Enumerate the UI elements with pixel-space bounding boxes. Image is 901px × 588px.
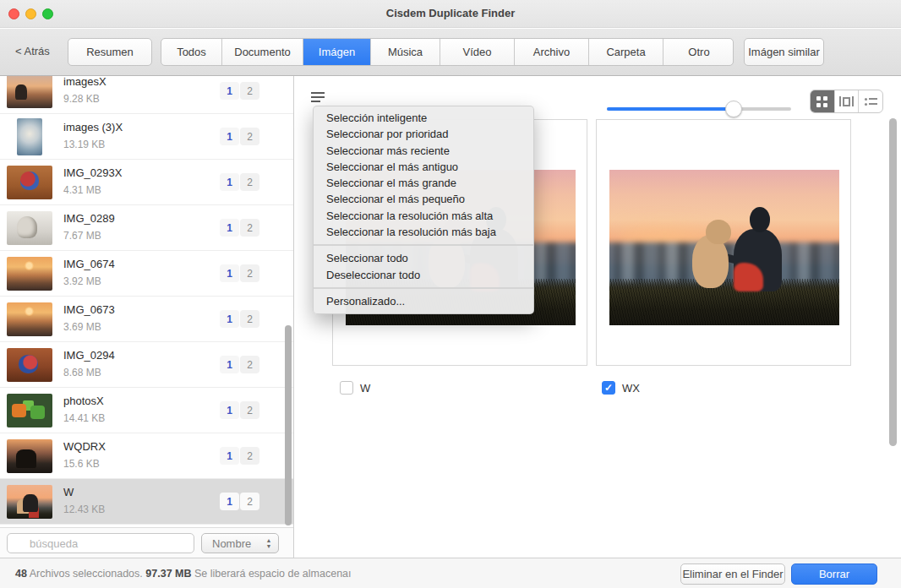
sidebar-item-img0293x[interactable]: IMG_0293X 4.31 MB 12	[0, 160, 293, 205]
menu-item-select-lowest-resolution[interactable]: Seleccionar la resolución más baja	[314, 224, 533, 240]
menu-item-select-smallest[interactable]: Seleccionar el más pequeño	[314, 191, 533, 207]
card-checkbox-row-wx: ✓ WX	[602, 380, 640, 395]
tab-carpeta[interactable]: Carpeta	[589, 39, 663, 65]
badge-count-total[interactable]: 2	[240, 173, 259, 191]
badge-count-total[interactable]: 2	[240, 493, 259, 510]
sort-select[interactable]: Nombre ▲▼	[201, 533, 279, 553]
free-space-label: Se liberará espacio de almacenaı	[194, 568, 352, 580]
menu-item-smart-selection[interactable]: Selección inteligente	[314, 110, 533, 126]
menu-item-select-all[interactable]: Seleccionar todo	[314, 250, 533, 266]
resumen-button[interactable]: Resumen	[68, 38, 152, 66]
tab-musica[interactable]: Música	[371, 39, 440, 65]
thumbnail-zoom-slider[interactable]	[607, 101, 791, 117]
badge-count-total[interactable]: 2	[240, 310, 259, 328]
search-input[interactable]	[30, 536, 190, 551]
thumbnail-image	[7, 302, 52, 336]
title-bar: Cisdem Duplicate Finder	[0, 0, 901, 28]
checkbox-w[interactable]	[340, 381, 353, 395]
delete-button[interactable]: Borrar	[791, 564, 877, 585]
checkbox-wx[interactable]: ✓	[602, 381, 615, 395]
badge-count-selected[interactable]: 1	[220, 82, 239, 100]
status-bar: 48 Archivos seleccionados. 97.37 MB Se l…	[0, 558, 901, 588]
menu-item-deselect-all[interactable]: Deseleccionar todo	[314, 267, 533, 283]
thumbnail-image	[7, 76, 52, 108]
badge-count-total[interactable]: 2	[240, 82, 259, 100]
file-name: WQDRX	[63, 440, 106, 453]
back-button[interactable]: < Atrás	[15, 45, 50, 57]
badge-count-total[interactable]: 2	[240, 219, 259, 237]
similar-image-button[interactable]: Imágen similar	[744, 38, 824, 66]
grid-icon	[816, 96, 827, 107]
badge-count-selected[interactable]: 1	[220, 401, 239, 419]
badge-count-total[interactable]: 2	[240, 447, 259, 465]
compare-view-button[interactable]	[835, 90, 860, 112]
sidebar-item-img0294[interactable]: IMG_0294 8.68 MB 12	[0, 342, 293, 388]
badge-count-total[interactable]: 2	[240, 128, 259, 145]
thumbnail-image	[7, 439, 52, 473]
badge-count-total[interactable]: 2	[240, 264, 259, 282]
badge-count-selected[interactable]: 1	[220, 356, 239, 373]
badge-count-selected[interactable]: 1	[220, 493, 239, 510]
tab-otro[interactable]: Otro	[663, 39, 734, 65]
duplicate-groups-list: imagesX 9.28 KB 12 images (3)X 13.19 KB …	[0, 76, 293, 526]
menu-item-select-by-priority[interactable]: Seleccionar por prioridad	[314, 126, 533, 142]
compare-icon	[839, 96, 854, 106]
menu-item-select-largest[interactable]: Seleccionar el más grande	[314, 175, 533, 191]
list-icon	[865, 98, 877, 106]
menu-item-select-highest-resolution[interactable]: Seleccionar la resolución más alta	[314, 208, 533, 224]
selection-menu-button[interactable]	[311, 92, 326, 104]
category-tabs: Todos Documento Imágen Música Vídeo Arch…	[161, 38, 734, 66]
sidebar-item-imagesx[interactable]: imagesX 9.28 KB 12	[0, 76, 293, 114]
file-size: 4.31 MB	[63, 184, 101, 196]
tab-archivo[interactable]: Archivo	[515, 39, 589, 65]
badge-count-selected[interactable]: 1	[220, 173, 239, 191]
thumbnail-image	[17, 118, 42, 155]
badge-count-selected[interactable]: 1	[220, 264, 239, 282]
slider-thumb[interactable]	[725, 101, 742, 117]
main-scrollbar-thumb[interactable]	[889, 118, 897, 446]
selected-count: 48	[15, 568, 27, 580]
tab-video[interactable]: Vídeo	[440, 39, 515, 65]
menu-item-select-oldest[interactable]: Seleccionar el más antiguo	[314, 159, 533, 175]
thumbnail-image	[7, 211, 52, 245]
menu-item-custom[interactable]: Personalizado...	[314, 293, 533, 309]
thumbnail-image	[7, 166, 52, 199]
thumbnail-image	[7, 348, 52, 382]
badge-count-selected[interactable]: 1	[220, 310, 239, 328]
sidebar-item-wqdrx[interactable]: WQDRX 15.6 KB 12	[0, 433, 293, 479]
badge-count-total[interactable]: 2	[240, 401, 259, 419]
badge-count-total[interactable]: 2	[240, 356, 259, 373]
sidebar-scrollbar-thumb[interactable]	[285, 325, 292, 525]
file-name: IMG_0674	[63, 258, 115, 270]
selected-size: 97.37 MB	[145, 568, 191, 580]
sidebar-footer: 🔍 Nombre ▲▼	[0, 527, 293, 558]
selection-status-text: 48 Archivos seleccionados. 97.37 MB Se l…	[15, 568, 352, 580]
sidebar-item-img0674[interactable]: IMG_0674 3.92 MB 12	[0, 251, 293, 297]
badge-count-selected[interactable]: 1	[220, 447, 239, 465]
delete-in-finder-button[interactable]: Eliminar en el Finder	[680, 564, 785, 585]
list-view-button[interactable]	[859, 90, 882, 112]
checkbox-label: W	[360, 382, 370, 395]
thumbnail-image	[7, 485, 52, 519]
sidebar-item-photosx[interactable]: photosX 14.41 KB 12	[0, 388, 293, 433]
sidebar-item-images-3x[interactable]: images (3)X 13.19 KB 12	[0, 114, 293, 160]
sidebar-item-img0289[interactable]: IMG_0289 7.67 MB 12	[0, 205, 293, 251]
sidebar-item-w[interactable]: W 12.43 KB 12	[0, 479, 293, 525]
sidebar-item-img0673[interactable]: IMG_0673 3.69 MB 12	[0, 297, 293, 342]
tab-documento[interactable]: Documento	[222, 39, 303, 65]
tab-todos[interactable]: Todos	[161, 39, 222, 65]
grid-view-button[interactable]	[811, 90, 835, 112]
badge-count-selected[interactable]: 1	[220, 128, 239, 145]
tab-imagen[interactable]: Imágen	[303, 39, 371, 65]
file-size: 14.41 KB	[63, 412, 105, 424]
checkbox-label: WX	[622, 382, 640, 395]
sort-select-value: Nombre	[212, 537, 251, 550]
file-name: IMG_0293X	[63, 166, 122, 179]
file-size: 7.67 MB	[63, 230, 101, 242]
view-mode-switcher	[810, 90, 883, 113]
duplicate-card-wx[interactable]	[596, 119, 851, 366]
menu-item-select-most-recent[interactable]: Seleccionar más reciente	[314, 143, 533, 159]
file-size: 15.6 KB	[63, 458, 100, 470]
badge-count-selected[interactable]: 1	[220, 219, 239, 237]
file-size: 12.43 KB	[63, 504, 105, 515]
